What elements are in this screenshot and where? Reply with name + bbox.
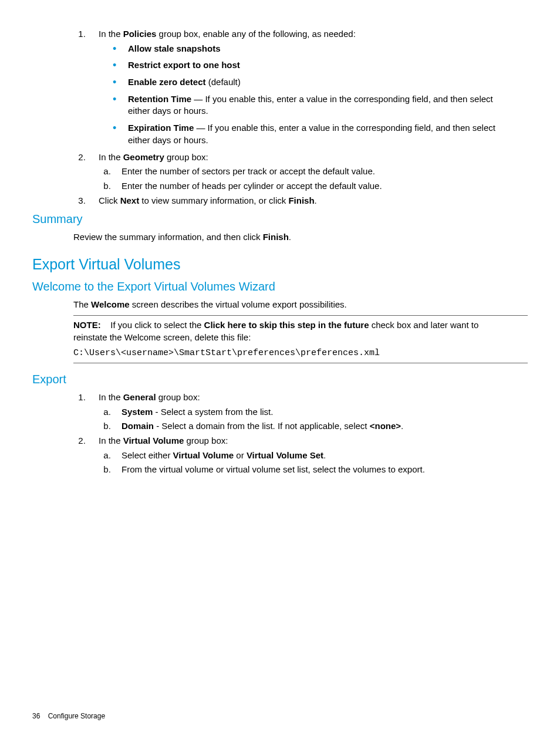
- note-label: NOTE:: [73, 320, 101, 330]
- text: .: [323, 450, 326, 460]
- text-bold: Finish: [263, 232, 289, 242]
- list-item: In the Policies group box, enable any of…: [88, 28, 510, 147]
- text: group box:: [156, 392, 200, 402]
- text: From the virtual volume or virtual volum…: [122, 464, 425, 474]
- heading-summary: Summary: [32, 211, 528, 228]
- text-bold: Next: [120, 195, 140, 205]
- text-bold: Policies: [123, 29, 157, 39]
- text: Review the summary information, and then…: [73, 232, 263, 242]
- text-bold: Virtual Volume: [173, 450, 234, 460]
- bullet-list: Allow stale snapshots Restrict export to…: [109, 43, 510, 147]
- note-box: NOTE: If you click to select the Click h…: [73, 315, 528, 363]
- text: .: [315, 195, 317, 205]
- text-bold: Welcome: [91, 299, 130, 309]
- list-item: Domain - Select a domain from the list. …: [113, 420, 510, 433]
- list-item: Enter the number of heads per cylinder o…: [113, 180, 510, 193]
- text: .: [289, 232, 291, 242]
- text: The: [73, 299, 91, 309]
- list-item: Enter the number of sectors per track or…: [113, 166, 510, 178]
- page-footer: 36 Configure Storage: [32, 711, 105, 721]
- text-bold: <none>: [370, 421, 401, 431]
- text: Enter the number of sectors per track or…: [122, 166, 375, 176]
- page-number: 36: [32, 712, 40, 720]
- text: to view summary information, or click: [139, 195, 288, 205]
- text: group box:: [164, 152, 208, 162]
- text-bold: Enable zero detect: [128, 77, 206, 87]
- heading-export-virtual-volumes: Export Virtual Volumes: [32, 254, 528, 275]
- text-bold: Retention Time: [128, 94, 191, 104]
- text-bold: Restrict export to one host: [128, 60, 240, 70]
- heading-export: Export: [32, 372, 528, 388]
- text-bold: Virtual Volume: [123, 436, 184, 445]
- bullet-item: Restrict export to one host: [109, 59, 510, 72]
- alpha-list: System - Select a system from the list. …: [113, 406, 510, 433]
- text: group box:: [184, 436, 228, 445]
- text-bold: Click here to skip this step in the futu…: [204, 320, 369, 330]
- paragraph: Review the summary information, and then…: [73, 231, 528, 244]
- text: In the: [99, 436, 123, 445]
- text: (default): [206, 77, 241, 87]
- bullet-item: Retention Time — If you enable this, ent…: [109, 93, 510, 117]
- ordered-list-1: In the Policies group box, enable any of…: [88, 28, 528, 207]
- footer-section: Configure Storage: [48, 712, 105, 720]
- text-bold: Geometry: [123, 152, 164, 162]
- text: If you click to select the: [110, 320, 204, 330]
- paragraph: The Welcome screen describes the virtual…: [73, 299, 528, 311]
- list-item: From the virtual volume or virtual volum…: [113, 464, 510, 476]
- text-bold: Domain: [122, 421, 154, 431]
- text: Click: [99, 195, 120, 205]
- text-bold: System: [122, 407, 153, 417]
- list-item: In the General group box: System - Selec…: [88, 391, 510, 433]
- heading-welcome-wizard: Welcome to the Export Virtual Volumes Wi…: [32, 279, 528, 295]
- bullet-item: Allow stale snapshots: [109, 43, 510, 55]
- code-path: C:\Users\<username>\SmartStart\preferenc…: [73, 347, 510, 360]
- text: In the: [99, 152, 123, 162]
- text-bold: Finish: [288, 195, 314, 205]
- list-item: In the Geometry group box: Enter the num…: [88, 151, 510, 193]
- bullet-item: Enable zero detect (default): [109, 76, 510, 89]
- text: Select either: [122, 450, 173, 460]
- text: In the: [99, 29, 123, 39]
- text-bold: Virtual Volume Set: [247, 450, 323, 460]
- text: group box, enable any of the following, …: [156, 29, 355, 39]
- alpha-list: Enter the number of sectors per track or…: [113, 166, 510, 192]
- text: Enter the number of heads per cylinder o…: [122, 181, 382, 191]
- text: In the: [99, 392, 123, 402]
- alpha-list: Select either Virtual Volume or Virtual …: [113, 450, 510, 476]
- text: - Select a domain from the list. If not …: [154, 421, 370, 431]
- text-bold: General: [123, 392, 156, 402]
- text-bold: Allow stale snapshots: [128, 43, 221, 53]
- text-bold: Expiration Time: [128, 123, 194, 133]
- text: .: [401, 421, 403, 431]
- bullet-item: Expiration Time — If you enable this, en…: [109, 122, 510, 146]
- list-item: Click Next to view summary information, …: [88, 195, 510, 207]
- ordered-list-export: In the General group box: System - Selec…: [88, 391, 528, 476]
- text: - Select a system from the list.: [153, 407, 273, 417]
- list-item: System - Select a system from the list.: [113, 406, 510, 418]
- list-item: In the Virtual Volume group box: Select …: [88, 435, 510, 476]
- text: or: [234, 450, 247, 460]
- text: screen describes the virtual volume expo…: [130, 299, 347, 309]
- list-item: Select either Virtual Volume or Virtual …: [113, 450, 510, 462]
